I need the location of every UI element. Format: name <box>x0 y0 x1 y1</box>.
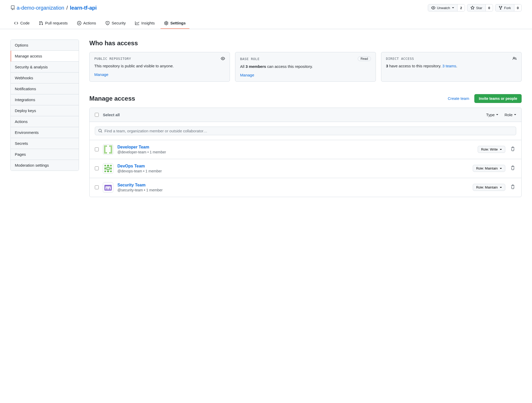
filter-type-dropdown[interactable]: Type <box>486 113 498 117</box>
team-subtitle: @devops-team • 1 member <box>117 169 469 173</box>
teams-count-link[interactable]: 3 teams <box>442 64 456 68</box>
search-field-wrap[interactable] <box>95 127 516 135</box>
base-role-badge: Read <box>358 56 371 61</box>
tab-settings[interactable]: Settings <box>161 18 189 29</box>
star-icon <box>470 6 475 10</box>
row-checkbox[interactable] <box>95 185 99 189</box>
svg-rect-11 <box>110 171 112 172</box>
search-icon <box>98 129 102 133</box>
public-repo-manage-link[interactable]: Manage <box>94 72 108 77</box>
row-checkbox[interactable] <box>95 147 99 151</box>
public-repo-body: This repository is public and visible to… <box>94 63 225 69</box>
fork-button[interactable]: Fork <box>495 4 514 11</box>
watch-count[interactable]: 2 <box>457 4 464 11</box>
access-row: Developer Team@developer-team • 1 member… <box>90 140 521 159</box>
sidebar-item-notifications[interactable]: Notifications <box>11 83 79 94</box>
sidebar-item-options[interactable]: Options <box>11 40 79 51</box>
svg-rect-1 <box>107 145 109 154</box>
select-all-checkbox[interactable] <box>95 113 99 117</box>
star-count[interactable]: 0 <box>486 4 493 11</box>
tab-security[interactable]: Security <box>102 18 129 29</box>
base-role-label: BASE ROLE <box>240 57 260 61</box>
role-dropdown[interactable]: Role: Maintain <box>473 184 505 191</box>
tab-code[interactable]: Code <box>10 18 33 29</box>
tab-actions[interactable]: Actions <box>74 18 100 29</box>
sidebar-item-integrations[interactable]: Integrations <box>11 94 79 105</box>
invite-button[interactable]: Invite teams or people <box>474 94 522 103</box>
sidebar-item-security-analysis[interactable]: Security & analysis <box>11 62 79 73</box>
svg-rect-10 <box>107 171 109 172</box>
sidebar-item-manage-access[interactable]: Manage access <box>11 51 79 62</box>
svg-rect-17 <box>109 187 110 191</box>
access-table-header: Select all Type Role <box>90 108 521 122</box>
gear-icon <box>164 21 168 25</box>
svg-rect-16 <box>107 187 107 191</box>
access-row: Security Team@security-team • 1 memberRo… <box>90 178 521 197</box>
trash-icon <box>510 166 515 170</box>
search-row <box>90 122 521 140</box>
unwatch-button[interactable]: Unwatch <box>428 4 457 11</box>
repo-icon <box>10 5 15 10</box>
sidebar-item-deploy-keys[interactable]: Deploy keys <box>11 105 79 116</box>
public-repo-label: PUBLIC REPOSITORY <box>94 57 131 61</box>
caret-down-icon <box>514 114 516 115</box>
search-input[interactable] <box>104 129 513 133</box>
role-dropdown[interactable]: Role: Maintain <box>473 165 505 172</box>
team-subtitle: @security-team • 1 member <box>117 188 469 192</box>
sidebar-item-actions[interactable]: Actions <box>11 116 79 127</box>
direct-access-label: DIRECT ACCESS <box>386 57 414 61</box>
sidebar-item-webhooks[interactable]: Webhooks <box>11 73 79 83</box>
settings-menu: OptionsManage accessSecurity & analysisW… <box>10 40 79 171</box>
access-row: DevOps Team@devops-team • 1 memberRole: … <box>90 159 521 178</box>
create-team-link[interactable]: Create team <box>448 96 469 101</box>
manage-access-section-head: Manage access Create team Invite teams o… <box>89 94 522 103</box>
play-icon <box>77 21 81 25</box>
role-dropdown[interactable]: Role: Write <box>478 146 505 153</box>
filter-role-dropdown[interactable]: Role <box>504 113 516 117</box>
sidebar-item-pages[interactable]: Pages <box>11 149 79 160</box>
fork-icon <box>498 6 503 10</box>
pull-request-icon <box>39 21 43 25</box>
team-name-link[interactable]: Security Team <box>117 183 145 187</box>
fork-count[interactable]: 0 <box>514 4 521 11</box>
team-subtitle: @developer-team • 1 member <box>117 150 474 154</box>
access-heading: Who has access <box>89 40 522 47</box>
tab-pull-requests[interactable]: Pull requests <box>35 18 71 29</box>
caret-down-icon <box>500 149 502 150</box>
star-label: Star <box>476 6 482 10</box>
remove-button[interactable] <box>509 165 516 172</box>
sidebar-item-secrets[interactable]: Secrets <box>11 138 79 149</box>
public-repo-card: PUBLIC REPOSITORY This repository is pub… <box>89 52 230 82</box>
repo-link[interactable]: learn-tf-api <box>70 5 97 11</box>
sidebar-item-moderation-settings[interactable]: Moderation settings <box>11 160 79 171</box>
star-button[interactable]: Star <box>467 4 486 11</box>
header-actions: Unwatch 2 Star 0 Fork 0 <box>428 4 522 11</box>
org-link[interactable]: a-demo-organization <box>17 5 64 11</box>
svg-rect-12 <box>107 168 109 169</box>
team-name-link[interactable]: DevOps Team <box>117 164 145 168</box>
row-checkbox[interactable] <box>95 166 99 170</box>
direct-access-body: 3 have access to this repository. 3 team… <box>386 63 517 69</box>
caret-down-icon <box>452 7 454 8</box>
svg-rect-9 <box>104 171 106 172</box>
remove-button[interactable] <box>509 146 516 153</box>
team-name-link[interactable]: Developer Team <box>117 145 149 149</box>
svg-rect-3 <box>104 165 106 166</box>
base-role-manage-link[interactable]: Manage <box>240 73 254 77</box>
caret-down-icon <box>500 187 502 188</box>
team-avatar <box>103 163 113 174</box>
base-role-card: BASE ROLE Read All 3 members can access … <box>235 52 376 82</box>
team-avatar <box>103 144 113 155</box>
svg-rect-7 <box>110 167 112 170</box>
star-button-group: Star 0 <box>467 4 493 11</box>
repo-breadcrumb: a-demo-organization / learn-tf-api <box>10 5 97 11</box>
base-role-body: All 3 members can access this repository… <box>240 64 371 70</box>
svg-rect-5 <box>110 165 112 166</box>
svg-rect-15 <box>105 186 111 190</box>
tab-insights[interactable]: Insights <box>131 18 158 29</box>
caret-down-icon <box>500 168 502 169</box>
trash-icon <box>510 147 515 151</box>
main-content: Who has access PUBLIC REPOSITORY This re… <box>89 40 522 197</box>
remove-button[interactable] <box>509 184 516 191</box>
sidebar-item-environments[interactable]: Environments <box>11 127 79 138</box>
